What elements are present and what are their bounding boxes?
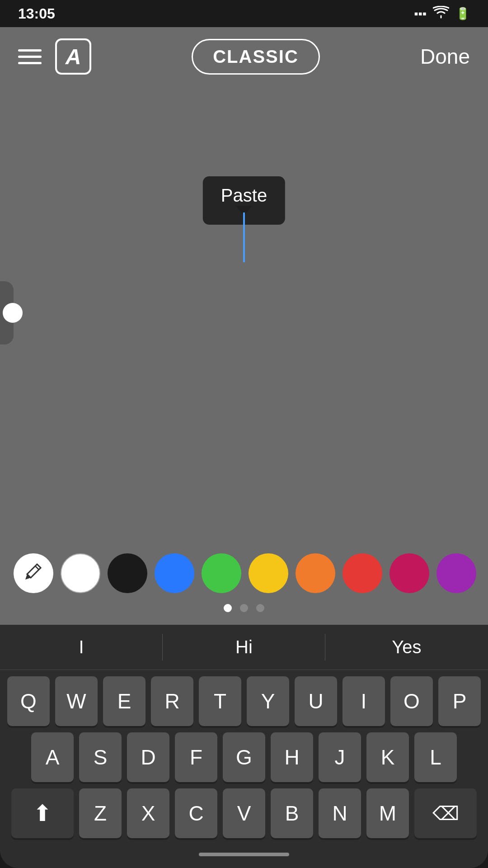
delete-icon: ⌫ [432,802,459,825]
toolbar-left: A [18,38,91,75]
menu-button[interactable] [18,49,42,64]
wifi-icon [433,6,449,22]
home-indicator [199,853,289,856]
left-handle[interactable] [0,281,14,344]
color-picker-area [0,540,488,625]
hamburger-line-1 [18,49,42,52]
classic-button[interactable]: CLASSIC [192,39,320,75]
predictive-item-3[interactable]: Yes [325,625,488,670]
page-dot-1[interactable] [224,604,232,612]
canvas-area: A CLASSIC Done Paste [0,27,488,625]
bottom-bar [0,841,488,868]
key-row-1: Q W E R T Y U I O P [5,676,483,726]
key-j[interactable]: J [319,732,361,782]
predictive-text-1: I [79,637,84,657]
color-swatch-green[interactable] [202,553,241,593]
key-i[interactable]: I [343,676,385,726]
predictive-text-2: Hi [235,637,253,657]
color-swatch-purple[interactable] [436,553,476,593]
key-b[interactable]: B [271,788,313,838]
key-n[interactable]: N [319,788,361,838]
key-h[interactable]: H [271,732,313,782]
left-handle-circle [3,303,23,323]
delete-button[interactable]: ⌫ [414,788,477,838]
key-z[interactable]: Z [79,788,122,838]
done-label: Done [420,45,470,68]
key-v[interactable]: V [223,788,265,838]
key-r[interactable]: R [151,676,193,726]
drawing-canvas[interactable]: Paste [0,86,488,540]
key-a[interactable]: A [31,732,74,782]
key-f[interactable]: F [175,732,217,782]
color-swatch-orange[interactable] [296,553,335,593]
key-k[interactable]: K [366,732,409,782]
font-button-label: A [66,44,81,69]
keyboard-area: I Hi Yes Q W E R T Y U I O P [0,625,488,868]
key-u[interactable]: U [295,676,337,726]
page-dot-3[interactable] [256,604,264,612]
signal-icon: ▪▪▪ [414,7,427,21]
predictive-item-2[interactable]: Hi [163,625,325,670]
color-row [9,549,479,598]
predictive-text-3: Yes [392,637,421,657]
done-button[interactable]: Done [420,44,470,69]
key-g[interactable]: G [223,732,265,782]
key-x[interactable]: X [127,788,169,838]
keys-area: Q W E R T Y U I O P A S D F G H J K [0,670,488,841]
key-e[interactable]: E [103,676,145,726]
color-swatch-yellow[interactable] [249,553,288,593]
key-l[interactable]: L [414,732,457,782]
key-t[interactable]: T [199,676,241,726]
page-indicator [9,598,479,620]
key-c[interactable]: C [175,788,217,838]
app-container: 13:05 ▪▪▪ 🔋 A [0,0,488,868]
font-button[interactable]: A [55,38,91,75]
color-swatch-crimson[interactable] [389,553,429,593]
page-dot-2[interactable] [240,604,248,612]
hamburger-line-3 [18,62,42,64]
color-swatch-blue[interactable] [155,553,194,593]
key-d[interactable]: D [127,732,169,782]
top-toolbar: A CLASSIC Done [0,27,488,86]
battery-icon: 🔋 [455,7,470,21]
key-q[interactable]: Q [7,676,50,726]
key-row-2: A S D F G H J K L [5,732,483,782]
color-swatch-black[interactable] [108,553,147,593]
hamburger-line-2 [18,56,42,58]
status-bar: 13:05 ▪▪▪ 🔋 [0,0,488,27]
eyedropper-button[interactable] [14,553,53,593]
key-y[interactable]: Y [247,676,289,726]
shift-icon: ⬆ [33,800,52,826]
key-w[interactable]: W [55,676,98,726]
status-time: 13:05 [18,5,55,22]
classic-label: CLASSIC [213,47,299,66]
predictive-bar: I Hi Yes [0,625,488,670]
paste-label: Paste [221,185,267,206]
status-icons: ▪▪▪ 🔋 [414,6,470,22]
text-cursor [243,212,245,262]
eyedropper-icon [23,561,43,585]
predictive-item-1[interactable]: I [0,625,163,670]
key-o[interactable]: O [390,676,433,726]
color-swatch-red[interactable] [343,553,382,593]
shift-button[interactable]: ⬆ [11,788,74,838]
key-p[interactable]: P [438,676,481,726]
key-m[interactable]: M [366,788,409,838]
key-s[interactable]: S [79,732,122,782]
color-swatch-white[interactable] [61,553,100,593]
key-row-3: ⬆ Z X C V B N M ⌫ [5,788,483,838]
